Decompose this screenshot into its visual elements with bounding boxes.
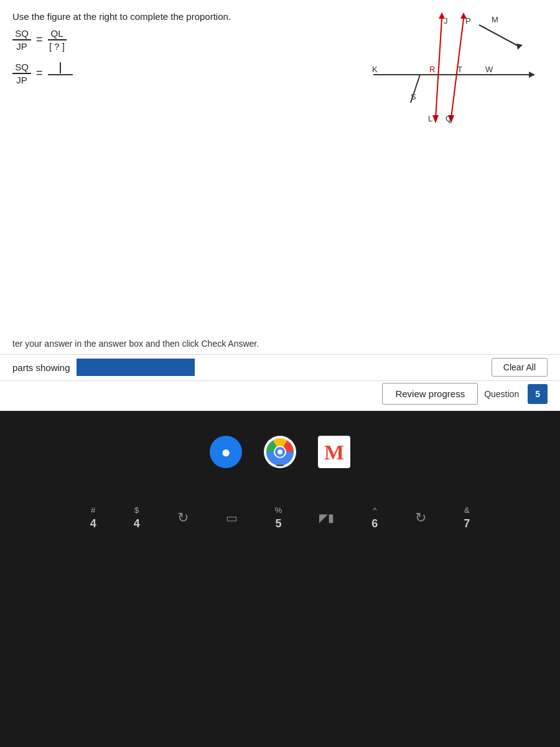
separator-2	[0, 380, 560, 381]
svg-text:L: L	[428, 114, 432, 123]
key-refresh: ↻	[177, 510, 189, 526]
question-number-badge: 5	[528, 384, 548, 404]
svg-point-25	[278, 449, 282, 454]
denominator-jp-2: JP	[12, 74, 31, 85]
key-multiwindow: ◤▮	[319, 511, 334, 525]
chrome-icon[interactable]	[264, 436, 296, 468]
svg-line-6	[436, 19, 442, 118]
fraction-right-top: QL [ ? ]	[48, 28, 67, 52]
separator-1	[0, 354, 560, 355]
key-char: 7	[464, 517, 470, 530]
svg-marker-8	[432, 115, 439, 123]
key-hash-4: # 4	[90, 505, 96, 530]
svg-rect-26	[276, 464, 284, 466]
key-symbol: &	[464, 505, 470, 515]
denominator-jp: JP	[12, 40, 31, 52]
key-symbol: %	[275, 505, 282, 515]
geometry-figure: K R T W J L P Q M S	[355, 12, 548, 125]
key-char: 4	[134, 517, 140, 530]
key-char: 4	[90, 517, 96, 530]
key-screenshot: ▭	[226, 510, 238, 525]
refresh-icon: ↻	[177, 510, 189, 526]
svg-marker-1	[529, 72, 535, 78]
svg-marker-17	[516, 44, 523, 50]
svg-line-16	[479, 25, 520, 47]
fraction-right-bottom	[48, 62, 73, 89]
key-symbol: $	[134, 505, 139, 515]
svg-text:M: M	[492, 15, 498, 24]
svg-text:M: M	[324, 441, 344, 464]
fraction-left-bottom: SQ JP	[12, 62, 31, 85]
svg-text:R: R	[429, 65, 435, 74]
figure-area: K R T W J L P Q M S	[355, 12, 548, 125]
screenshot-icon: ▭	[226, 510, 238, 525]
svg-text:K: K	[372, 65, 378, 74]
multiwindow-icon: ◤▮	[319, 511, 334, 525]
gmail-icon[interactable]: M	[318, 436, 350, 468]
input-numerator-area	[48, 62, 73, 75]
main-content: Use the figure at the right to complete …	[0, 0, 560, 411]
denominator-bottom-empty	[48, 75, 73, 89]
clear-all-button[interactable]: Clear All	[492, 358, 548, 377]
keyboard-area: ●	[0, 411, 560, 747]
numerator-sq: SQ	[12, 28, 31, 40]
review-row: Review progress Question 5	[0, 383, 560, 405]
key-char: 5	[275, 517, 281, 530]
bottom-instruction: ter your answer in the answer box and th…	[12, 339, 259, 349]
answer-input-bar[interactable]	[77, 359, 195, 376]
numerator-sq-2: SQ	[12, 62, 31, 74]
svg-text:S: S	[411, 92, 416, 101]
key-circle-arrow: ↻	[415, 510, 426, 526]
equals-top: =	[36, 33, 43, 46]
key-symbol: #	[91, 505, 95, 515]
parts-showing-label: parts showing	[12, 362, 70, 373]
chat-icon[interactable]: ●	[210, 436, 242, 468]
key-caret-6: ^ 6	[371, 505, 378, 530]
key-symbol: ^	[373, 505, 376, 515]
taskbar-icons: ●	[210, 436, 350, 468]
circle-arrow-icon: ↻	[415, 510, 426, 526]
svg-text:Q: Q	[446, 114, 452, 123]
keyboard-keys-row: # 4 $ 4 ↻ ▭ % 5 ◤▮ ^ 6 ↻	[90, 505, 470, 530]
fraction-left-top: SQ JP	[12, 28, 31, 52]
key-dollar-4: $ 4	[134, 505, 140, 530]
answer-row: parts showing Clear All	[0, 358, 560, 377]
key-percent-5: % 5	[275, 505, 282, 530]
denominator-question: [ ? ]	[48, 40, 67, 52]
svg-text:P: P	[465, 16, 471, 26]
svg-text:W: W	[485, 65, 493, 74]
key-amp-7: & 7	[464, 505, 470, 530]
question-label: Question	[480, 384, 523, 404]
numerator-ql: QL	[48, 28, 67, 40]
equals-bottom: =	[36, 67, 43, 80]
svg-text:J: J	[444, 16, 448, 26]
review-progress-button[interactable]: Review progress	[382, 383, 478, 405]
key-char: 6	[371, 517, 378, 530]
